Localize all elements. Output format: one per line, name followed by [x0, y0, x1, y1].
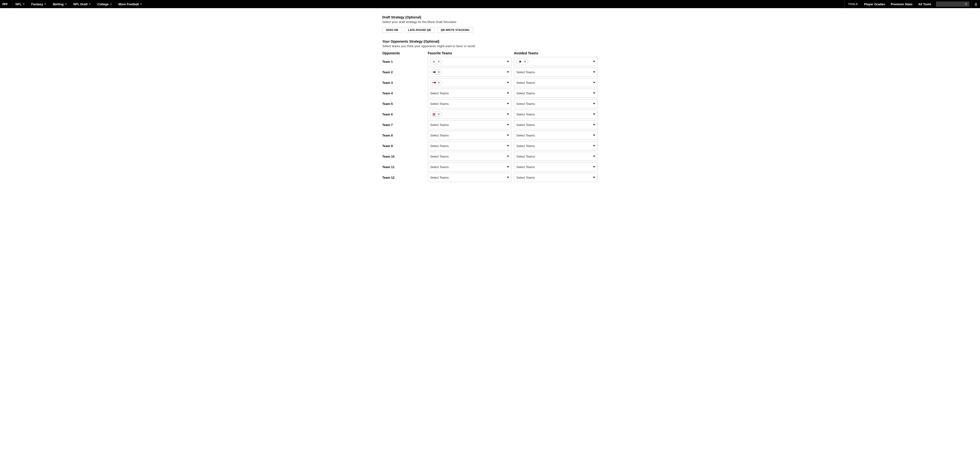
opponents-strategy-title: Your Opponents Strategy (Optional): [382, 40, 598, 43]
team-select[interactable]: Select Teams: [514, 89, 598, 98]
remove-team-button[interactable]: ✕: [438, 81, 440, 84]
chevron-down-icon: [593, 156, 595, 157]
team-select[interactable]: Select Teams: [514, 67, 598, 77]
opponent-label: Team 6: [382, 113, 425, 116]
svg-point-0: [965, 3, 967, 5]
team-logo-ten: [432, 81, 436, 84]
user-menu[interactable]: [971, 0, 980, 8]
select-placeholder: Select Teams: [430, 134, 449, 137]
team-select[interactable]: ✕: [514, 57, 598, 66]
nav-right: TOOLS Player GradesPremium StatsAll Tool…: [845, 0, 980, 8]
opponents-grid: Opponents Favorite Teams Avoided Teams T…: [382, 51, 598, 182]
pff-logo[interactable]: PFF: [0, 2, 12, 6]
nav-item[interactable]: College: [94, 0, 115, 8]
nav-item[interactable]: Player Grades: [861, 0, 888, 8]
chevron-down-icon: [507, 113, 509, 115]
opponent-label: Team 5: [382, 102, 425, 105]
nav-item[interactable]: Premium Stats: [888, 0, 915, 8]
draft-strategy-title: Draft Strategy (Optional): [382, 15, 598, 19]
select-placeholder: Select Teams: [430, 91, 449, 95]
select-placeholder: Select Teams: [516, 134, 535, 137]
team-select[interactable]: Select Teams: [514, 78, 598, 87]
chevron-down-icon: [593, 166, 595, 168]
team-logo-ne: [432, 70, 436, 74]
team-select[interactable]: Select Teams: [428, 152, 512, 161]
strategy-chip[interactable]: QB-WR/TE STACKING: [437, 27, 473, 33]
col-favorite: Favorite Teams: [428, 51, 512, 56]
team-select[interactable]: Select Teams: [514, 131, 598, 140]
team-select[interactable]: Select Teams: [514, 173, 598, 182]
select-placeholder: Select Teams: [516, 91, 535, 95]
opponent-label: Team 8: [382, 134, 425, 137]
team-select[interactable]: W✕: [428, 110, 512, 119]
team-select[interactable]: ✕: [428, 78, 512, 87]
chevron-down-icon: [593, 134, 595, 136]
search-icon: [965, 3, 967, 5]
svg-marker-3: [519, 60, 522, 63]
opponent-label: Team 4: [382, 91, 425, 95]
strategy-chips: ZERO RBLATE-ROUND QBQB-WR/TE STACKING: [382, 27, 598, 33]
nav-item[interactable]: More Football: [115, 0, 145, 8]
team-select[interactable]: Select Teams: [428, 99, 512, 108]
nav-item[interactable]: Betting: [49, 0, 70, 8]
select-placeholder: Select Teams: [516, 81, 535, 85]
user-icon: [974, 2, 978, 6]
nav-item[interactable]: Fantasy: [28, 0, 49, 8]
select-placeholder: Select Teams: [430, 102, 449, 105]
team-select[interactable]: Select Teams: [514, 120, 598, 129]
team-select[interactable]: ✕: [428, 67, 512, 77]
team-select[interactable]: Select Teams: [514, 141, 598, 150]
tools-label: TOOLS: [845, 0, 861, 8]
team-select[interactable]: ny✕: [428, 57, 512, 66]
remove-team-button[interactable]: ✕: [438, 60, 440, 63]
chevron-down-icon: [507, 145, 509, 147]
chevron-down-icon: [593, 177, 595, 178]
remove-team-button[interactable]: ✕: [438, 113, 440, 116]
chevron-down-icon: [110, 3, 112, 5]
nav-item[interactable]: NFL: [12, 0, 28, 8]
top-header: PFF NFLFantasyBettingNFL DraftCollegeMor…: [0, 0, 980, 8]
select-placeholder: Select Teams: [516, 102, 535, 105]
team-select[interactable]: Select Teams: [428, 173, 512, 182]
team-select[interactable]: Select Teams: [428, 162, 512, 171]
strategy-chip[interactable]: LATE-ROUND QB: [404, 27, 434, 33]
chevron-down-icon: [507, 103, 509, 104]
chevron-down-icon: [507, 61, 509, 62]
col-opponents: Opponents: [382, 51, 425, 56]
chevron-down-icon: [593, 113, 595, 115]
team-tag: ✕: [430, 69, 442, 75]
nav-item[interactable]: NFL Draft: [70, 0, 94, 8]
team-select[interactable]: Select Teams: [514, 162, 598, 171]
chevron-down-icon: [507, 156, 509, 157]
chevron-down-icon: [593, 124, 595, 126]
chevron-down-icon: [507, 177, 509, 178]
team-tag: ✕: [430, 80, 442, 85]
team-select[interactable]: Select Teams: [428, 141, 512, 150]
team-select[interactable]: Select Teams: [514, 99, 598, 108]
chevron-down-icon: [593, 82, 595, 83]
chevron-down-icon: [507, 166, 509, 168]
team-select[interactable]: Select Teams: [514, 152, 598, 161]
select-placeholder: Select Teams: [430, 123, 449, 127]
select-placeholder: Select Teams: [430, 144, 449, 148]
chevron-down-icon: [593, 61, 595, 62]
remove-team-button[interactable]: ✕: [438, 70, 440, 74]
svg-point-2: [975, 3, 977, 4]
search-input[interactable]: [936, 2, 969, 7]
opponent-label: Team 7: [382, 123, 425, 127]
opponent-label: Team 11: [382, 165, 425, 169]
select-placeholder: Select Teams: [516, 176, 535, 179]
select-placeholder: Select Teams: [430, 155, 449, 158]
nav-item[interactable]: All Tools: [915, 0, 934, 8]
team-select[interactable]: Select Teams: [428, 89, 512, 98]
strategy-chip[interactable]: ZERO RB: [382, 27, 402, 33]
chevron-down-icon: [89, 3, 91, 5]
chevron-down-icon: [507, 134, 509, 136]
col-avoided: Avoided Teams: [514, 51, 598, 56]
team-select[interactable]: Select Teams: [428, 120, 512, 129]
chevron-down-icon: [593, 71, 595, 73]
chevron-down-icon: [140, 3, 142, 5]
team-select[interactable]: Select Teams: [514, 110, 598, 119]
remove-team-button[interactable]: ✕: [524, 60, 526, 63]
team-select[interactable]: Select Teams: [428, 131, 512, 140]
